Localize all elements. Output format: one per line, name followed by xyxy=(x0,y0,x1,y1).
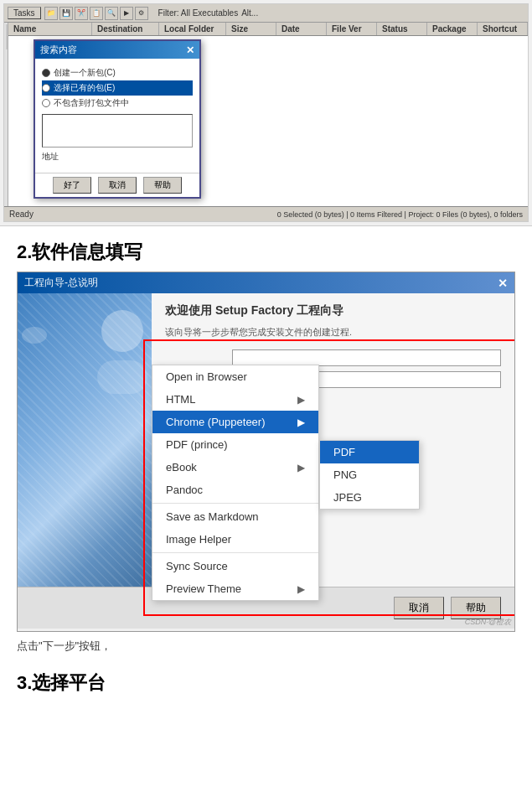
radio-2[interactable] xyxy=(42,84,50,92)
toolbar-icons: 📁 💾 ✂️ 📋 🔍 ▶ ⚙ xyxy=(44,7,148,20)
toolbar-icon-3[interactable]: ✂️ xyxy=(75,7,88,20)
section2-heading: 2.软件信息填写 xyxy=(0,226,532,272)
dialog-option-3[interactable]: 不包含到打包文件中 xyxy=(42,96,193,111)
dialog-cancel-button[interactable]: 取消 xyxy=(98,177,137,194)
wizard-welcome-title: 欢迎使用 Setup Factory 工程向导 xyxy=(165,303,501,318)
col-local: Local Folder xyxy=(159,23,226,35)
col-package: Package xyxy=(427,23,478,35)
section3-heading: 3.选择平台 xyxy=(0,660,532,702)
dialog-text-area xyxy=(42,114,193,147)
dialog-help-button[interactable]: 帮助 xyxy=(143,177,182,194)
toolbar-icon-5[interactable]: 🔍 xyxy=(105,7,118,20)
menu-item-pandoc[interactable]: Pandoc xyxy=(152,479,318,501)
submenu-arrow-chrome: ▶ xyxy=(297,417,305,428)
col-shortcut: Shortcut xyxy=(478,23,528,35)
wizard-welcome-desc: 该向导将一步步帮您完成安装文件的创建过程. xyxy=(165,325,501,339)
menu-item-ebook[interactable]: eBook ▶ xyxy=(152,456,318,479)
submenu-arrow-preview-theme: ▶ xyxy=(297,583,305,595)
dialog-title: 搜索内容 ✕ xyxy=(35,41,199,59)
sidebar-section-1: 收藏 活动收藏夹 活动收藏夹 活动收藏夹 活动收藏夹 xyxy=(4,23,8,206)
col-name: Name xyxy=(8,23,92,35)
dialog-body: 创建一个新包(C) 选择已有的包(E) 不包含到打包文件中 地址 xyxy=(35,59,199,173)
wizard-title-bar: 工程向导-总说明 ✕ xyxy=(18,272,514,293)
alt-label: Alt... xyxy=(241,8,258,18)
wizard-field-1 xyxy=(165,349,501,366)
toolbar-icon-4[interactable]: 📋 xyxy=(90,7,103,20)
dialog-input-label: 地址 xyxy=(42,151,193,163)
wizard-cancel-button[interactable]: 取消 xyxy=(394,597,444,619)
submenu-arrow-ebook: ▶ xyxy=(297,462,305,474)
context-menu: Open in Browser HTML ▶ Chrome (Puppeteer… xyxy=(152,365,319,601)
app-content: 收藏 活动收藏夹 活动收藏夹 活动收藏夹 活动收藏夹 资源 我的电脑 我的电脑 … xyxy=(4,23,528,206)
dialog-option-1[interactable]: 创建一个新包(C) xyxy=(42,65,193,80)
menu-separator-2 xyxy=(152,552,318,553)
menu-item-html[interactable]: HTML ▶ xyxy=(152,388,318,411)
main-table-area: Name Destination Local Folder Size Date … xyxy=(8,23,528,206)
wizard-close-button[interactable]: ✕ xyxy=(498,277,508,290)
wizard-title: 工程向导-总说明 xyxy=(24,276,98,290)
radio-3[interactable] xyxy=(42,99,50,107)
submenu-item-png[interactable]: PNG xyxy=(320,463,419,486)
radio-1[interactable] xyxy=(42,69,50,77)
menu-item-open-in-browser[interactable]: Open in Browser xyxy=(152,365,318,388)
context-menu-wrapper: Open in Browser HTML ▶ Chrome (Puppeteer… xyxy=(152,365,319,601)
col-desc: Destination xyxy=(92,23,159,35)
col-date: Date xyxy=(276,23,327,35)
dialog-buttons: 好了 取消 帮助 xyxy=(35,173,199,197)
toolbar-icon-2[interactable]: 💾 xyxy=(59,7,73,20)
dialog-ok-button[interactable]: 好了 xyxy=(53,177,91,194)
menu-item-pdf-prince[interactable]: PDF (prince) xyxy=(152,433,318,456)
menu-separator-1 xyxy=(152,503,318,504)
dialog-close-button[interactable]: ✕ xyxy=(186,44,194,56)
dialog-option-2[interactable]: 选择已有的包(E) xyxy=(42,80,193,96)
menu-item-preview-theme[interactable]: Preview Theme ▶ xyxy=(152,577,318,600)
menu-item-image-helper[interactable]: Image Helper xyxy=(152,528,318,551)
menu-item-chrome-puppeteer[interactable]: Chrome (Puppeteer) ▶ xyxy=(152,411,318,433)
wizard-left-panel xyxy=(18,293,152,587)
col-filever: File Ver xyxy=(327,23,377,35)
field-input-1[interactable] xyxy=(232,349,501,366)
toolbar-icon-7[interactable]: ⚙ xyxy=(135,7,148,20)
app-toolbar: Tasks 📁 💾 ✂️ 📋 🔍 ▶ ⚙ Filter: All Executa… xyxy=(4,4,528,23)
tasks-tab[interactable]: Tasks xyxy=(8,7,41,19)
filter-label: Filter: All Executables xyxy=(158,8,239,18)
submenu-item-jpeg[interactable]: JPEG xyxy=(320,486,419,509)
filter-bar: Filter: All Executables Alt... xyxy=(158,8,259,18)
watermark: CSDN·@橙农 xyxy=(465,617,511,628)
status-right: 0 Selected (0 bytes) | 0 Items Filtered … xyxy=(277,210,523,219)
wizard-area: 工程向导-总说明 ✕ 欢迎使用 Setup Factory 工程向导 该向导将一… xyxy=(17,272,515,632)
status-bar: Ready 0 Selected (0 bytes) | 0 Items Fil… xyxy=(4,206,528,221)
col-size: Size xyxy=(226,23,276,35)
click-hint: 点击"下一步"按钮， xyxy=(0,632,532,660)
search-dialog: 搜索内容 ✕ 创建一个新包(C) 选择已有的包(E) xyxy=(34,39,201,199)
table-header: Name Destination Local Folder Size Date … xyxy=(8,23,528,36)
menu-item-save-as-markdown[interactable]: Save as Markdown xyxy=(152,505,318,528)
top-screenshot-area: Tasks 📁 💾 ✂️ 📋 🔍 ▶ ⚙ Filter: All Executa… xyxy=(0,0,532,226)
submenu-arrow-html: ▶ xyxy=(297,394,305,406)
chrome-submenu: PDF PNG JPEG xyxy=(319,440,420,510)
col-status: Status xyxy=(377,23,427,35)
submenu-item-pdf[interactable]: PDF xyxy=(320,441,419,463)
wizard-help-button[interactable]: 帮助 xyxy=(451,597,501,619)
status-text: Ready xyxy=(9,210,34,219)
menu-item-sync-source[interactable]: Sync Source xyxy=(152,555,318,577)
toolbar-icon-6[interactable]: ▶ xyxy=(120,7,133,20)
toolbar-icon-1[interactable]: 📁 xyxy=(44,7,58,20)
